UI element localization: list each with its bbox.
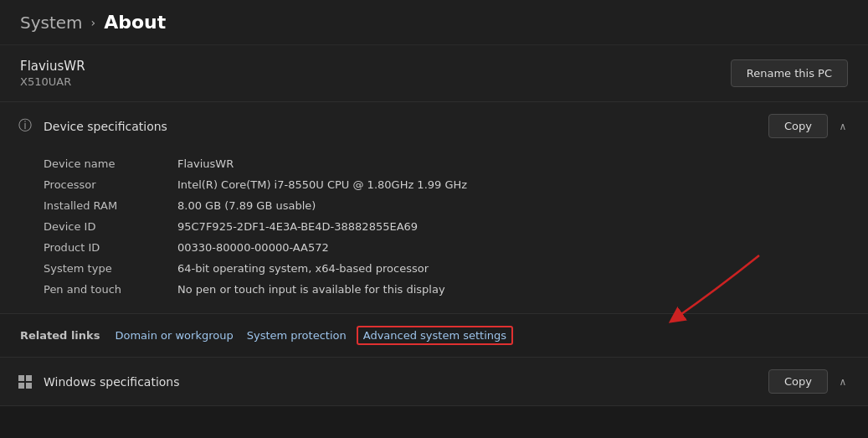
spec-label: Processor bbox=[44, 178, 177, 191]
device-specs-header-left: ⓘ Device specifications bbox=[17, 118, 167, 135]
spec-value: 00330-80000-00000-AA572 bbox=[177, 241, 848, 254]
spec-row: Device ID 95C7F925-2DF1-4E3A-BE4D-388828… bbox=[44, 216, 848, 237]
breadcrumb-chevron: › bbox=[91, 16, 96, 29]
pc-info: FlaviusWR X510UAR bbox=[20, 59, 85, 88]
spec-value: 64-bit operating system, x64-based proce… bbox=[177, 262, 848, 275]
windows-specs-header-left: Windows specifications bbox=[17, 374, 180, 390]
device-specs-grid: Device name FlaviusWR Processor Intel(R)… bbox=[0, 150, 868, 313]
windows-specs-section: Windows specifications Copy ∧ bbox=[0, 358, 868, 406]
related-links-section: Related links Domain or workgroup System… bbox=[0, 314, 868, 358]
domain-workgroup-link[interactable]: Domain or workgroup bbox=[111, 327, 236, 343]
related-links-label: Related links bbox=[20, 329, 100, 342]
spec-label: Installed RAM bbox=[44, 199, 177, 212]
spec-label: Product ID bbox=[44, 241, 177, 254]
device-specs-collapse-icon: ∧ bbox=[835, 121, 851, 132]
svg-rect-2 bbox=[18, 383, 24, 389]
spec-value: Intel(R) Core(TM) i7-8550U CPU @ 1.80GHz… bbox=[177, 178, 848, 191]
spec-value: 95C7F925-2DF1-4E3A-BE4D-38882855EA69 bbox=[177, 220, 848, 233]
spec-row: Pen and touch No pen or touch input is a… bbox=[44, 279, 848, 300]
page-header: System › About bbox=[0, 0, 868, 45]
pc-name-section: FlaviusWR X510UAR Rename this PC bbox=[0, 45, 868, 102]
spec-row: Processor Intel(R) Core(TM) i7-8550U CPU… bbox=[44, 174, 848, 195]
spec-value: 8.00 GB (7.89 GB usable) bbox=[177, 199, 848, 212]
svg-rect-0 bbox=[18, 375, 24, 381]
windows-specs-copy-button[interactable]: Copy bbox=[768, 369, 828, 394]
windows-specs-header[interactable]: Windows specifications Copy ∧ bbox=[0, 358, 868, 405]
device-specs-copy-button[interactable]: Copy bbox=[768, 114, 828, 138]
spec-label: Device ID bbox=[44, 220, 177, 233]
system-breadcrumb: System bbox=[20, 13, 83, 33]
device-specs-header-right: Copy ∧ bbox=[768, 114, 851, 138]
svg-rect-3 bbox=[26, 383, 32, 389]
spec-label: System type bbox=[44, 262, 177, 275]
device-specs-title: Device specifications bbox=[44, 120, 167, 133]
advanced-system-settings-link[interactable]: Advanced system settings bbox=[357, 326, 513, 345]
svg-rect-1 bbox=[26, 375, 32, 381]
spec-label: Pen and touch bbox=[44, 283, 177, 296]
spec-row: Product ID 00330-80000-00000-AA572 bbox=[44, 237, 848, 258]
rename-pc-button[interactable]: Rename this PC bbox=[731, 59, 848, 87]
pc-model: X510UAR bbox=[20, 75, 85, 88]
spec-value: FlaviusWR bbox=[177, 157, 848, 170]
windows-specs-header-right: Copy ∧ bbox=[768, 369, 851, 394]
device-specs-header[interactable]: ⓘ Device specifications Copy ∧ bbox=[0, 102, 868, 150]
system-protection-link[interactable]: System protection bbox=[244, 327, 350, 343]
windows-icon bbox=[17, 374, 33, 390]
page-title: About bbox=[104, 12, 166, 33]
windows-specs-collapse-icon: ∧ bbox=[835, 376, 851, 388]
spec-label: Device name bbox=[44, 157, 177, 170]
spec-row: Device name FlaviusWR bbox=[44, 153, 848, 174]
spec-value: No pen or touch input is available for t… bbox=[177, 283, 848, 296]
device-specs-section: ⓘ Device specifications Copy ∧ Device na… bbox=[0, 102, 868, 314]
windows-specs-title: Windows specifications bbox=[44, 375, 180, 389]
spec-row: Installed RAM 8.00 GB (7.89 GB usable) bbox=[44, 195, 848, 216]
pc-username: FlaviusWR bbox=[20, 59, 85, 74]
spec-row: System type 64-bit operating system, x64… bbox=[44, 258, 848, 279]
info-icon: ⓘ bbox=[17, 118, 33, 135]
